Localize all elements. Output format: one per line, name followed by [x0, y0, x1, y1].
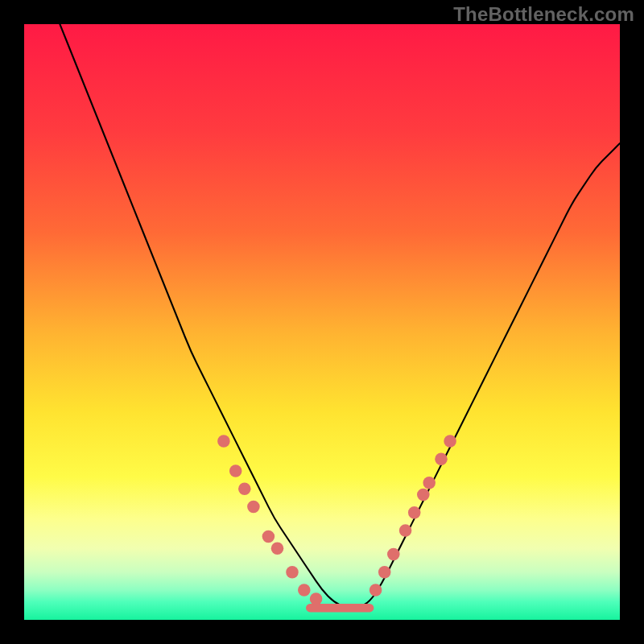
- data-dot: [217, 435, 230, 448]
- data-dot: [444, 435, 456, 448]
- data-dot: [408, 506, 421, 519]
- data-dot: [238, 482, 251, 495]
- data-dot: [435, 452, 448, 465]
- data-dot: [247, 501, 260, 514]
- data-dot: [417, 489, 430, 502]
- data-dot: [387, 548, 400, 561]
- data-dot: [286, 566, 299, 579]
- plot-area: [24, 24, 620, 620]
- dots-left-group: [217, 435, 322, 605]
- data-dot: [399, 524, 412, 537]
- data-dot: [310, 592, 323, 605]
- bottleneck-curve: [60, 24, 620, 608]
- data-dot: [298, 584, 311, 597]
- data-dot: [262, 530, 275, 543]
- chart-frame: TheBottleneck.com: [0, 0, 644, 644]
- curve-overlay: [24, 24, 620, 620]
- watermark-text: TheBottleneck.com: [453, 3, 634, 26]
- data-dot: [271, 542, 284, 555]
- dots-right-group: [369, 435, 456, 597]
- data-dot: [378, 566, 391, 579]
- data-dot: [369, 584, 382, 597]
- data-dot: [229, 464, 242, 477]
- data-dot: [423, 477, 436, 489]
